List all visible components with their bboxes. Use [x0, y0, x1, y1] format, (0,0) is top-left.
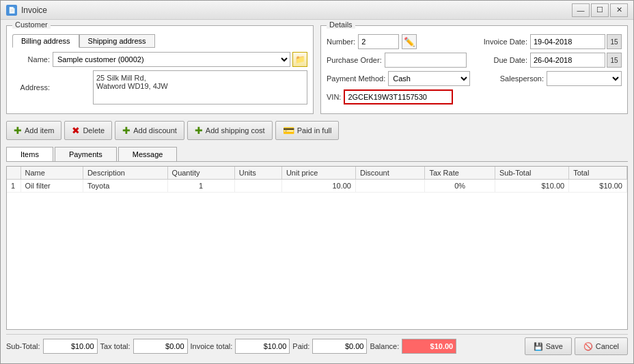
cancel-button[interactable]: 🚫 Cancel [575, 337, 628, 355]
window-icon: 📄 [6, 5, 17, 16]
main-content: Customer Billing address Shipping addres… [1, 20, 633, 363]
invoice-window: 📄 Invoice — ☐ ✕ Customer Billing address… [0, 0, 634, 364]
balance-label: Balance: [370, 342, 399, 350]
save-button[interactable]: 💾 Save [525, 337, 572, 355]
delete-icon: ✖ [72, 125, 80, 136]
items-table-section: Name Description Quantity Units Unit pri… [6, 166, 628, 330]
add-shipping-button[interactable]: ✚ Add shipping cost [187, 121, 273, 140]
invoice-date-input[interactable] [530, 34, 605, 49]
tax-total-label: Tax total: [100, 342, 130, 350]
add-discount-icon: ✚ [122, 125, 130, 136]
table-row: 1 Oil filter Toyota 1 10.00 0% $10.00 $1… [7, 180, 627, 193]
title-bar: 📄 Invoice — ☐ ✕ [1, 1, 633, 20]
save-label: Save [546, 342, 563, 350]
payment-method-select[interactable]: Cash [388, 71, 470, 86]
invoice-total-label: Invoice total: [191, 342, 233, 350]
minimize-button[interactable]: — [572, 3, 590, 17]
add-item-button[interactable]: ✚ Add item [6, 121, 61, 140]
items-table: Name Description Quantity Units Unit pri… [7, 167, 627, 193]
address-label: Address: [12, 83, 50, 92]
top-section: Customer Billing address Shipping addres… [6, 25, 628, 114]
close-button[interactable]: ✕ [610, 3, 628, 17]
row-name: Oil filter [20, 180, 83, 193]
paid-in-full-button[interactable]: 💳 Paid in full [275, 121, 340, 140]
invoice-total-value [235, 339, 290, 354]
paid-label: Paid: [292, 342, 309, 350]
tab-payments[interactable]: Payments [55, 147, 117, 161]
number-input[interactable] [358, 34, 399, 49]
address-line2: Watword WD19, 4JW [96, 82, 304, 90]
delete-label: Delete [83, 126, 105, 135]
tab-billing[interactable]: Billing address [12, 34, 79, 48]
add-discount-label: Add discount [133, 126, 177, 135]
delete-button[interactable]: ✖ Delete [64, 121, 112, 140]
invoice-date-group: 15 [530, 34, 622, 49]
number-label: Number: [327, 38, 355, 46]
title-bar-left: 📄 Invoice [6, 5, 47, 16]
col-description: Description [83, 167, 167, 180]
customer-name-select[interactable]: Sample customer (00002) [53, 52, 290, 67]
folder-button[interactable]: 📁 [292, 52, 307, 67]
purchase-order-input[interactable] [385, 53, 467, 68]
tab-message[interactable]: Message [118, 147, 178, 161]
tab-shipping[interactable]: Shipping address [79, 34, 155, 48]
row-total: $10.00 [569, 180, 627, 193]
paid-in-full-label: Paid in full [297, 126, 332, 135]
row-num: 1 [7, 180, 20, 193]
number-row: Number: ✏️ Invoice Date: 15 [327, 34, 622, 49]
balance-value [402, 339, 456, 354]
col-total: Total [569, 167, 627, 180]
subtotal-label: Sub-Total: [6, 342, 40, 350]
col-units: Units [234, 167, 281, 180]
row-description: Toyota [83, 180, 167, 193]
col-num [7, 167, 20, 180]
toolbar: ✚ Add item ✖ Delete ✚ Add discount ✚ Add… [6, 118, 628, 143]
invoice-date-calendar[interactable]: 15 [607, 34, 622, 49]
due-date-input[interactable] [530, 53, 605, 68]
due-date-label: Due Date: [493, 56, 527, 64]
paid-value [312, 339, 367, 354]
name-row: Name: Sample customer (00002) 📁 [12, 52, 307, 67]
address-tabs: Billing address Shipping address [12, 34, 307, 48]
customer-group-title: Customer [12, 20, 51, 29]
add-item-label: Add item [25, 126, 54, 135]
details-group-title: Details [327, 20, 355, 29]
due-date-group: 15 [530, 53, 622, 68]
col-quantity: Quantity [167, 167, 234, 180]
name-label: Name: [12, 55, 50, 64]
vin-row: VIN: [327, 89, 622, 104]
cancel-icon: 🚫 [583, 342, 593, 351]
address-row: Address: 25 Silk Mill Rd, Watword WD19, … [12, 70, 307, 104]
add-discount-button[interactable]: ✚ Add discount [115, 121, 184, 140]
table-body: 1 Oil filter Toyota 1 10.00 0% $10.00 $1… [7, 180, 627, 193]
col-discount: Discount [355, 167, 424, 180]
due-date-calendar[interactable]: 15 [607, 53, 622, 68]
edit-icon-button[interactable]: ✏️ [402, 34, 417, 49]
col-sub-total: Sub-Total [495, 167, 568, 180]
tax-total-value [133, 339, 188, 354]
col-unit-price: Unit price [281, 167, 355, 180]
customer-group: Customer Billing address Shipping addres… [6, 25, 314, 114]
vin-input[interactable] [344, 89, 453, 104]
add-shipping-label: Add shipping cost [206, 126, 265, 135]
purchase-order-label: Purchase Order: [327, 56, 382, 64]
col-name: Name [20, 167, 83, 180]
maximize-button[interactable]: ☐ [591, 3, 609, 17]
payment-method-label: Payment Method: [327, 74, 385, 83]
purchase-order-row: Purchase Order: Due Date: 15 [327, 53, 622, 68]
vin-label: VIN: [327, 93, 341, 101]
title-buttons: — ☐ ✕ [572, 3, 628, 17]
subtotal-value [43, 339, 98, 354]
table-header-row: Name Description Quantity Units Unit pri… [7, 167, 627, 180]
add-item-icon: ✚ [14, 125, 22, 136]
salesperson-select[interactable] [547, 71, 622, 86]
row-units [234, 180, 281, 193]
row-tax-rate: 0% [425, 180, 495, 193]
tab-items[interactable]: Items [6, 147, 53, 161]
cancel-label: Cancel [596, 342, 619, 350]
save-icon: 💾 [534, 342, 543, 351]
window-title: Invoice [21, 5, 47, 15]
col-tax-rate: Tax Rate [425, 167, 495, 180]
row-quantity: 1 [167, 180, 234, 193]
add-shipping-icon: ✚ [195, 125, 203, 136]
